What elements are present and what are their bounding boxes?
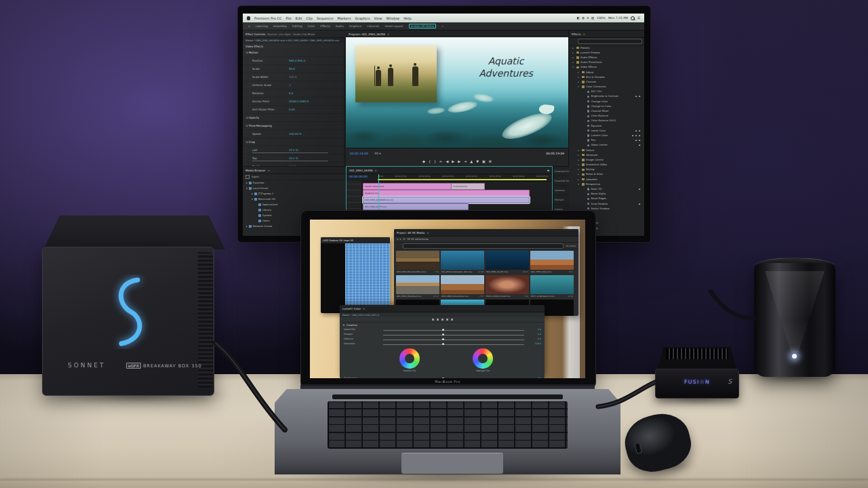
mark-in-icon[interactable]: {	[429, 159, 431, 163]
project-clip[interactable]: DNX_0968_ValleyCastle.mov 7:13	[441, 275, 484, 298]
program-video-underwater-seals[interactable]: Aquatic Adventures	[346, 37, 568, 148]
slider-thumb[interactable]	[442, 378, 444, 378]
menu-item[interactable]: Help	[403, 16, 411, 20]
effects-tree-item[interactable]: ▾ Perspective	[569, 182, 644, 186]
project-clip[interactable]: AQ1_0561_MotoRoad.mov 11:17	[396, 275, 439, 298]
workspace-tab[interactable]: Assembly	[273, 24, 287, 28]
tool-icon[interactable]	[432, 319, 434, 321]
add-marker-icon[interactable]: ◆	[422, 159, 425, 163]
slider-track[interactable]	[383, 340, 524, 340]
timeline-clip-v3[interactable]: Kayakers.mov	[363, 190, 530, 197]
effects-tree-item[interactable]: Video Limiter ▪	[569, 143, 644, 148]
timeline-clip-title[interactable]: Aquatic Adventures	[363, 183, 455, 190]
timeline-clip-v2-selected[interactable]: DNX_0563_4854938.mov [V]	[363, 197, 530, 203]
playhead-timecode[interactable]: 00:00:00:00	[349, 175, 368, 178]
slider-thumb[interactable]	[442, 329, 444, 331]
chevron-down-icon[interactable]: ▾	[343, 323, 344, 327]
effects-tree-item[interactable]: Lumetri Color ▪ ▪ ▪	[569, 133, 644, 138]
workspace-tab[interactable]: Color	[308, 24, 315, 28]
effects-tree-item[interactable]: Equalize	[569, 123, 644, 128]
effects-tree-item[interactable]: ▸ Image Control	[569, 157, 644, 162]
effects-tree-item[interactable]: ▾ Video Effects	[569, 65, 644, 70]
lumetri-slider[interactable]: Saturation 100.0	[340, 342, 545, 346]
tool-icon[interactable]	[446, 319, 448, 321]
tint-balance-slider[interactable]: Tint Balance 0.0	[340, 376, 545, 378]
work-area-bar[interactable]	[378, 179, 547, 180]
docked-panel-tab[interactable]: Markers	[553, 195, 569, 205]
panel-tab[interactable]: Source: (no clips)	[267, 33, 291, 36]
effects-tree-item[interactable]: Tint ▪ ▪	[569, 138, 644, 143]
creative-section-header[interactable]: Creative	[347, 323, 357, 327]
extract-icon[interactable]: ▼	[476, 159, 479, 163]
media-tree-item[interactable]: ▾ Macintosh HD	[243, 197, 346, 202]
slider-track[interactable]	[383, 335, 524, 336]
effects-tree-item[interactable]: Change Color	[569, 99, 644, 104]
media-tree-item[interactable]: Applications	[243, 202, 346, 207]
effects-tree-item[interactable]: ▸ Adjust	[569, 70, 644, 75]
effect-row[interactable]: Position 960.0 540.0	[243, 57, 346, 65]
forward-icon[interactable]: ▸	[400, 238, 401, 241]
time-ruler[interactable]: 00:0000:00:15:0000:00:30:0000:00:45:0000…	[378, 175, 548, 178]
effects-tree-item[interactable]: Leave Color ▪ ▪	[569, 128, 644, 133]
effects-tree-item[interactable]: ▸ Channel	[569, 79, 644, 84]
display-icon[interactable]: ◧	[577, 16, 580, 20]
effects-tree-item[interactable]: ▸ Distort	[569, 148, 644, 152]
slider-track[interactable]	[383, 344, 524, 345]
effects-tree-item[interactable]: Change to Color	[569, 104, 644, 108]
menu-item[interactable]: Graphics	[355, 16, 370, 20]
bin-breadcrumb[interactable]: 8K 5K Adventures	[407, 238, 428, 241]
menu-item[interactable]: Markers	[338, 16, 351, 20]
effects-tree-item[interactable]: Color Balance (HLS)	[569, 119, 644, 123]
cross-dissolve-transition[interactable]: Cross Dissolve	[451, 183, 485, 190]
menu-item[interactable]: Clip	[306, 16, 312, 20]
close-icon[interactable]: ×	[375, 169, 377, 172]
panel-menu-icon[interactable]: ≡	[547, 169, 549, 172]
play-icon[interactable]: ▶	[452, 159, 454, 163]
menu-item[interactable]: File	[285, 16, 291, 20]
slider-track[interactable]	[383, 330, 524, 331]
panel-tab[interactable]: Effect Controls	[245, 33, 265, 36]
effect-row[interactable]: Crop	[243, 138, 346, 146]
lumetri-slider[interactable]: Faded Film 0.0	[340, 327, 545, 332]
slider-thumb[interactable]	[442, 338, 444, 340]
panel-tab[interactable]: Audio Clip Mixer	[293, 33, 315, 36]
tool-icon[interactable]	[451, 319, 453, 321]
tool-icon[interactable]	[441, 319, 443, 321]
workspace-tab[interactable]: Effects	[321, 24, 330, 28]
effects-tree-item[interactable]: ▸ Presets	[569, 45, 644, 50]
comparison-view-icon[interactable]: ⊞	[489, 159, 492, 163]
effects-tree-item[interactable]: ▸ Keying	[569, 167, 644, 172]
docked-panel-tab[interactable]: Essential Graphics	[553, 167, 569, 176]
effects-tree-item[interactable]: ▸ Blur & Sharpen	[569, 75, 644, 79]
current-timecode[interactable]: 00:00:14:00	[350, 152, 368, 155]
effects-tab[interactable]: Effects	[572, 33, 581, 36]
gpu-monitor-window[interactable]: AMD Radeon RX Vega 56	[321, 237, 390, 313]
workspace-tab[interactable]: Screen 5K Demo	[409, 24, 437, 28]
effects-tree-item[interactable]: ▾ Color Correction	[569, 85, 644, 89]
effects-tree-item[interactable]: ▸ Generate	[569, 152, 644, 157]
highlight-tint-wheel[interactable]	[473, 348, 493, 369]
effects-tree-item[interactable]: Color Balance	[569, 114, 644, 119]
effects-tree-item[interactable]: ▸ Obsolete	[569, 177, 644, 182]
home-icon[interactable]: ⌂	[248, 24, 250, 28]
spotlight-icon[interactable]	[631, 16, 635, 20]
effects-tree-item[interactable]: Bevel Alpha	[569, 192, 644, 197]
step-back-icon[interactable]: ◀	[446, 159, 449, 163]
close-icon[interactable]: ×	[363, 307, 365, 310]
project-clip[interactable]: MVI_0533_Underwater_401.mov 12:48	[441, 251, 484, 274]
effect-row[interactable]: Speed 100.00 %	[243, 130, 346, 138]
project-clip[interactable]: MLS_0581_DivePit.mov 16:27	[486, 251, 529, 274]
effects-tree-item[interactable]: ▸ Immersive Video	[569, 163, 644, 167]
workspace-tab[interactable]: Libraries	[367, 24, 379, 28]
project-search-input[interactable]	[403, 243, 564, 249]
media-tree-item[interactable]: ▸ JT Express 1	[243, 191, 346, 197]
search-input[interactable]	[578, 39, 642, 44]
close-icon[interactable]: ×	[387, 33, 389, 36]
docked-panel-tab[interactable]: Libraries	[553, 186, 569, 195]
slider-thumb[interactable]	[442, 343, 444, 345]
media-tree-item[interactable]: ▸ Favorites	[243, 180, 346, 186]
menu-item[interactable]: Edit	[296, 16, 302, 20]
effects-tree-item[interactable]: ▸ Lumetri Presets	[569, 50, 644, 55]
effect-row[interactable]: Top 10.2 %	[243, 155, 346, 163]
workspace-tab[interactable]: Editing	[292, 24, 302, 28]
